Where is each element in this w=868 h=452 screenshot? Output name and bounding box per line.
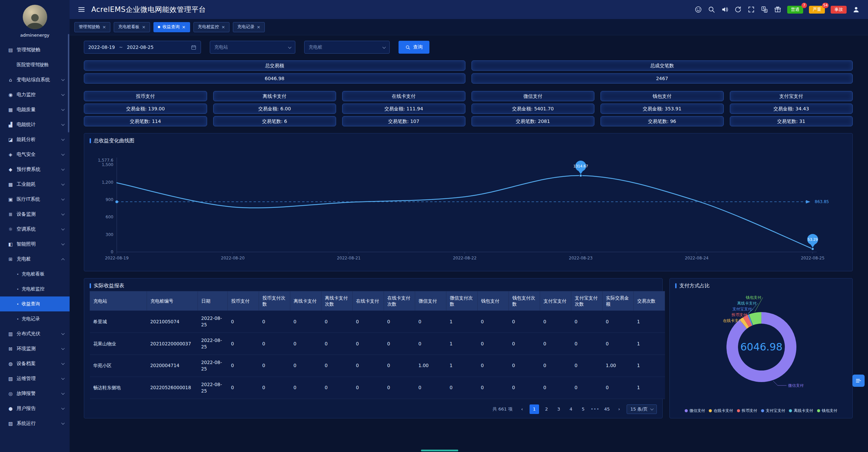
- prev-page-button[interactable]: ‹: [517, 404, 527, 414]
- table-cell: 0: [228, 355, 259, 377]
- date-range-picker[interactable]: 2022-08-19 ~ 2022-08-25: [84, 41, 201, 54]
- title-bar-icon: [90, 138, 91, 143]
- legend-item[interactable]: 投币支付: [737, 408, 757, 413]
- sidebar-item-industrial-energy[interactable]: ▩工业能耗: [0, 177, 70, 192]
- page-button-4[interactable]: 4: [566, 404, 576, 414]
- sidebar-item-operations-management[interactable]: ▧运维管理: [0, 371, 70, 386]
- sidebar-subitem-pile-dashboard[interactable]: •充电桩看板: [0, 267, 70, 282]
- sidebar-subitem-hospital-cockpit[interactable]: 医院管理驾驶舱: [0, 57, 70, 72]
- search-icon: [405, 45, 410, 50]
- sidebar-item-system-operation[interactable]: ▨系统运行: [0, 416, 70, 431]
- payment-card-offline-card: 离线卡支付交易金额: 6.00交易笔数: 6: [213, 91, 336, 126]
- tab-charging-records[interactable]: 充电记录×: [233, 22, 265, 32]
- sidebar-item-power-monitoring[interactable]: ◉电力监控: [0, 87, 70, 102]
- payment-card-title: 钱包支付: [601, 91, 724, 101]
- translate-icon[interactable]: A文: [761, 6, 768, 13]
- fullscreen-icon[interactable]: [747, 6, 755, 13]
- table-cell: 1: [446, 311, 478, 333]
- alarm-badge-accident[interactable]: 事故: [831, 6, 847, 14]
- column-header: 投币支付次数: [259, 291, 290, 311]
- sidebar-item-prepaid-system[interactable]: ◆预付费系统: [0, 162, 70, 177]
- sidebar-item-medical-it[interactable]: ▣医疗IT系统: [0, 192, 70, 207]
- volume-icon[interactable]: [721, 6, 728, 13]
- alarm-badge-severe[interactable]: 严重54: [809, 6, 825, 14]
- search-icon[interactable]: [708, 6, 715, 13]
- tab-close-icon[interactable]: ×: [257, 24, 260, 30]
- sidebar-item-smart-lighting[interactable]: ◧智能照明: [0, 237, 70, 252]
- tab-close-icon[interactable]: ×: [221, 24, 225, 30]
- legend-item[interactable]: 在线卡支付: [709, 408, 733, 413]
- legend-item[interactable]: 支付宝支付: [761, 408, 786, 413]
- page-ellipsis[interactable]: •••: [591, 406, 599, 412]
- page-button-3[interactable]: 3: [554, 404, 564, 414]
- legend-item[interactable]: 微信支付: [685, 408, 705, 413]
- chevron-down-icon: [288, 45, 292, 49]
- svg-text:2022-08-21: 2022-08-21: [337, 256, 361, 260]
- column-header: 离线卡支付: [290, 291, 321, 311]
- floating-widget-button[interactable]: [852, 375, 865, 387]
- sidebar-item-device-archive[interactable]: ◍设备档案: [0, 356, 70, 371]
- menu-toggle-icon[interactable]: [78, 6, 85, 13]
- legend-item[interactable]: 离线卡支付: [789, 408, 813, 413]
- tab-close-icon[interactable]: ×: [142, 24, 146, 30]
- sidebar-subitem-charging-records[interactable]: •充电记录: [0, 311, 70, 326]
- page-button-1[interactable]: 1: [530, 404, 539, 414]
- sidebar-item-device-monitoring[interactable]: ≣设备监测: [0, 207, 70, 222]
- gift-icon[interactable]: [774, 6, 781, 13]
- sidebar-item-user-report[interactable]: ●用户报告: [0, 401, 70, 416]
- sidebar-item-environment-monitoring[interactable]: ⊠环境监测: [0, 341, 70, 356]
- horizontal-scrollbar-thumb[interactable]: [421, 450, 458, 451]
- column-header: 钱包支付: [478, 291, 509, 311]
- pile-select[interactable]: 充电桩: [304, 41, 390, 54]
- sidebar-item-distributed-pv[interactable]: ▥分布式光伏: [0, 326, 70, 341]
- sidebar-menu: ▤管理驾驶舱医院管理驾驶舱⌂变电站综自系统◉电力监控▦电能质量▟电能统计◪能耗分…: [0, 42, 70, 431]
- sidebar-item-label: 变电站综自系统: [17, 77, 50, 83]
- query-button[interactable]: 查询: [399, 41, 429, 54]
- legend-item[interactable]: 钱包支付: [817, 408, 837, 413]
- substation-icon: ⌂: [7, 77, 14, 83]
- table-cell: 0: [571, 333, 603, 355]
- sidebar-item-energy-statistics[interactable]: ▟电能统计: [0, 117, 70, 132]
- page-button-5[interactable]: 5: [578, 404, 588, 414]
- table-cell: 0: [415, 311, 446, 333]
- svg-text:6046.98: 6046.98: [740, 341, 782, 353]
- end-date-value: 2022-08-25: [127, 44, 153, 50]
- user-avatar-photo[interactable]: [23, 5, 47, 29]
- table-cell: 1: [446, 333, 478, 355]
- table-cell: 0: [509, 377, 540, 399]
- tab-pile-dashboard[interactable]: 充电桩看板×: [114, 22, 150, 32]
- station-select[interactable]: 充电站: [210, 41, 295, 54]
- donut-panel-title: 支付方式占比: [675, 283, 847, 289]
- alarm-badge-normal[interactable]: 普通7: [787, 6, 803, 14]
- sidebar-item-charging-pile[interactable]: ⊞充电桩: [0, 252, 70, 267]
- tab-close-icon[interactable]: ×: [103, 24, 106, 30]
- sidebar-item-substation-system[interactable]: ⌂变电站综自系统: [0, 72, 70, 87]
- sidebar-item-label: 电能质量: [17, 107, 36, 113]
- tab-revenue-query[interactable]: 收益查询×: [153, 22, 190, 32]
- table-cell: 0: [259, 377, 290, 399]
- sidebar-item-label: 工业能耗: [17, 181, 36, 187]
- sidebar-scrollbar-thumb[interactable]: [68, 34, 69, 132]
- page-button-45[interactable]: 45: [602, 404, 612, 414]
- sidebar-subitem-pile-monitoring[interactable]: •充电桩监控: [0, 282, 70, 296]
- next-page-button[interactable]: ›: [614, 404, 624, 414]
- sync-icon[interactable]: [734, 6, 742, 13]
- sidebar-subitem-revenue-query[interactable]: •收益查询: [0, 296, 70, 311]
- sidebar-item-power-quality[interactable]: ▦电能质量: [0, 102, 70, 117]
- svg-text:900: 900: [106, 197, 113, 202]
- tab-close-icon[interactable]: ×: [182, 24, 186, 30]
- tab-management-cockpit[interactable]: 管理驾驶舱×: [74, 22, 110, 32]
- table-cell: 0: [290, 355, 321, 377]
- page-button-2[interactable]: 2: [542, 404, 551, 414]
- sidebar-item-label: 电能统计: [17, 122, 36, 128]
- sidebar-item-electrical-safety[interactable]: ◈电气安全: [0, 147, 70, 162]
- sidebar-item-hvac-system[interactable]: ☼空调系统: [0, 222, 70, 237]
- sidebar-item-fault-alarm[interactable]: ◎故障报警: [0, 386, 70, 401]
- page-size-select[interactable]: 15 条/页: [627, 404, 657, 414]
- sidebar-item-management-cockpit[interactable]: ▤管理驾驶舱: [0, 42, 70, 57]
- emoji-icon[interactable]: [695, 6, 702, 13]
- sidebar-item-energy-analysis[interactable]: ◪能耗分析: [0, 132, 70, 147]
- column-header: 支付宝支付次数: [571, 291, 603, 311]
- user-icon[interactable]: [852, 6, 860, 13]
- tab-pile-monitoring[interactable]: 充电桩监控×: [193, 22, 229, 32]
